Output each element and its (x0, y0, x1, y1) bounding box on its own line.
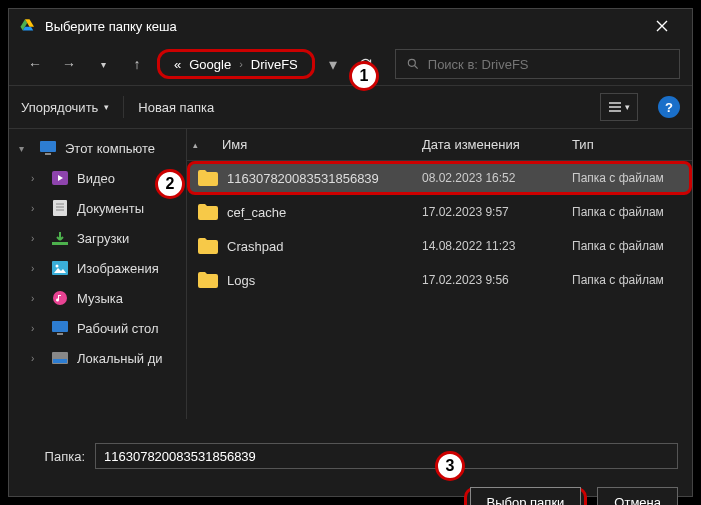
sidebar-item-downloads[interactable]: › Загрузки (9, 223, 186, 253)
folder-row[interactable]: Crashpad 14.08.2022 11:23 Папка с файлам (187, 229, 692, 263)
chevron-down-icon: ▾ (104, 102, 109, 112)
folder-name: 116307820083531856839 (227, 171, 422, 186)
sidebar-item-label: Видео (77, 171, 115, 186)
folder-date: 14.08.2022 11:23 (422, 239, 572, 253)
video-icon (51, 169, 69, 187)
back-button[interactable]: ← (21, 50, 49, 78)
folder-input[interactable] (95, 443, 678, 469)
svg-point-7 (56, 265, 59, 268)
svg-point-8 (53, 291, 67, 305)
sidebar-item-pictures[interactable]: › Изображения (9, 253, 186, 283)
folder-label: Папка: (23, 449, 85, 464)
column-headers[interactable]: ▴ Имя Дата изменения Тип (187, 129, 692, 161)
google-drive-icon (19, 17, 37, 35)
folder-type: Папка с файлам (572, 171, 682, 185)
up-button[interactable]: ↑ (123, 50, 151, 78)
sidebar-item-label: Рабочий стол (77, 321, 159, 336)
sidebar-item-label: Изображения (77, 261, 159, 276)
sidebar-item-desktop[interactable]: › Рабочий стол (9, 313, 186, 343)
svg-rect-4 (53, 200, 67, 216)
document-icon (51, 199, 69, 217)
file-list: ▴ Имя Дата изменения Тип 116307820083531… (187, 129, 692, 419)
chevron-right-icon: › (31, 323, 43, 334)
view-options-button[interactable]: ▾ (600, 93, 638, 121)
folder-field: Папка: (9, 433, 692, 479)
recent-dropdown-icon[interactable]: ▾ (89, 50, 117, 78)
sidebar-item-label: Документы (77, 201, 144, 216)
download-icon (51, 229, 69, 247)
path-dropdown-icon[interactable]: ▾ (321, 50, 345, 78)
svg-point-0 (408, 59, 415, 66)
chevron-right-icon: › (31, 233, 43, 244)
list-view-icon (608, 101, 622, 113)
svg-rect-2 (45, 153, 51, 155)
folder-type: Папка с файлам (572, 239, 682, 253)
breadcrumb-more-icon: « (174, 57, 181, 72)
search-box[interactable] (395, 49, 680, 79)
disk-icon (51, 349, 69, 367)
folder-row[interactable]: 116307820083531856839 08.02.2023 16:52 П… (187, 161, 692, 195)
chevron-right-icon: › (239, 58, 243, 70)
sidebar-item-label: Этот компьюте (65, 141, 155, 156)
folder-icon (197, 237, 219, 255)
music-icon (51, 289, 69, 307)
folder-name: cef_cache (227, 205, 422, 220)
search-input[interactable] (428, 57, 669, 72)
toolbar: Упорядочить ▾ Новая папка ▾ ? (9, 85, 692, 129)
sort-ascending-icon: ▴ (193, 140, 198, 150)
breadcrumb-item[interactable]: Google (189, 57, 231, 72)
organize-menu[interactable]: Упорядочить ▾ (21, 100, 109, 115)
svg-rect-9 (52, 321, 68, 332)
chevron-right-icon: › (31, 263, 43, 274)
new-folder-button[interactable]: Новая папка (138, 100, 214, 115)
sidebar-item-label: Загрузки (77, 231, 129, 246)
sidebar-item-label: Локальный ди (77, 351, 163, 366)
chevron-right-icon: › (31, 353, 43, 364)
folder-icon (197, 203, 219, 221)
callout-1: 1 (349, 61, 379, 91)
sidebar-item-label: Музыка (77, 291, 123, 306)
callout-3: 3 (435, 451, 465, 481)
sidebar-item-music[interactable]: › Музыка (9, 283, 186, 313)
cancel-button[interactable]: Отмена (597, 487, 678, 505)
svg-rect-5 (52, 242, 68, 245)
chevron-down-icon: ▾ (19, 143, 31, 154)
svg-rect-12 (53, 359, 67, 363)
folder-row[interactable]: Logs 17.02.2023 9:56 Папка с файлам (187, 263, 692, 297)
select-folder-button[interactable]: Выбор папки (470, 487, 582, 505)
forward-button[interactable]: → (55, 50, 83, 78)
folder-name: Crashpad (227, 239, 422, 254)
folder-type: Папка с файлам (572, 205, 682, 219)
folder-date: 17.02.2023 9:56 (422, 273, 572, 287)
svg-rect-1 (40, 141, 56, 152)
chevron-right-icon: › (31, 293, 43, 304)
folder-picker-dialog: Выберите папку кеша ← → ▾ ↑ « Google › D… (8, 8, 693, 497)
sidebar-item-local-disk[interactable]: › Локальный ди (9, 343, 186, 373)
folder-name: Logs (227, 273, 422, 288)
image-icon (51, 259, 69, 277)
column-date[interactable]: Дата изменения (422, 137, 572, 152)
select-folder-highlight: Выбор папки (464, 487, 588, 505)
chevron-right-icon: › (31, 173, 43, 184)
search-icon (406, 57, 420, 71)
folder-icon (197, 169, 219, 187)
close-button[interactable] (642, 11, 682, 41)
dialog-buttons: Выбор папки Отмена (9, 479, 692, 505)
dialog-title: Выберите папку кеша (45, 19, 642, 34)
desktop-icon (51, 319, 69, 337)
monitor-icon (39, 139, 57, 157)
folder-row[interactable]: cef_cache 17.02.2023 9:57 Папка с файлам (187, 195, 692, 229)
help-button[interactable]: ? (658, 96, 680, 118)
column-type[interactable]: Тип (572, 137, 682, 152)
column-name[interactable]: Имя (222, 137, 247, 152)
callout-2: 2 (155, 169, 185, 199)
folder-date: 08.02.2023 16:52 (422, 171, 572, 185)
titlebar: Выберите папку кеша (9, 9, 692, 43)
sidebar-item-documents[interactable]: › Документы (9, 193, 186, 223)
breadcrumb-item[interactable]: DriveFS (251, 57, 298, 72)
separator (123, 96, 124, 118)
breadcrumb[interactable]: « Google › DriveFS (157, 49, 315, 79)
folder-type: Папка с файлам (572, 273, 682, 287)
folder-icon (197, 271, 219, 289)
sidebar-item-this-pc[interactable]: ▾ Этот компьюте (9, 133, 186, 163)
